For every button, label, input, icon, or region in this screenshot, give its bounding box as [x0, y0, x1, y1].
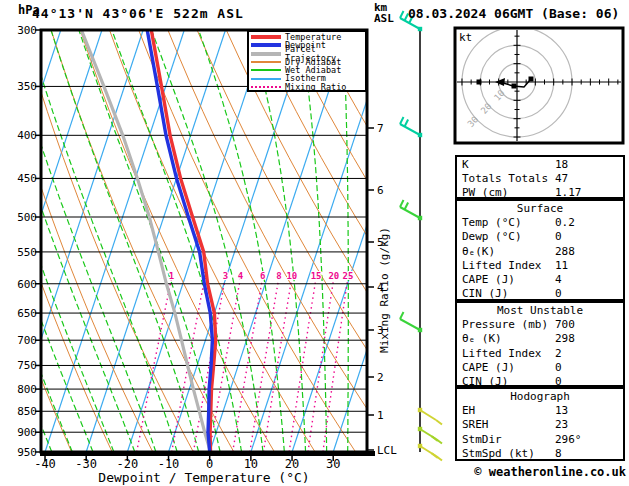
- table-row: Temp (°C)0.2: [457, 216, 623, 230]
- wind-barb-staff: [400, 124, 420, 135]
- temp-tick-label: 30: [326, 457, 340, 471]
- row-value: 0: [555, 287, 562, 301]
- wind-barb-feather: [436, 420, 442, 425]
- wind-barb-feather: [405, 203, 409, 210]
- row-value: 0.2: [555, 216, 575, 230]
- legend-line-sample: [251, 35, 281, 39]
- row-value: 4: [555, 273, 562, 287]
- pressure-tick-label: 500: [17, 211, 37, 224]
- row-value: 288: [555, 245, 575, 259]
- row-label: θₑ (K): [462, 332, 502, 345]
- mixing-ratio-label: 8: [276, 271, 281, 281]
- table-title: Surface: [457, 202, 623, 216]
- hodograph-unit-label: kt: [459, 31, 472, 44]
- table-row: θₑ (K)298: [457, 332, 623, 346]
- row-label: θₑ(K): [462, 245, 495, 258]
- table-title: Most Unstable: [457, 304, 623, 318]
- mixing-ratio-line: [233, 278, 263, 452]
- sounding-app: { "header": { "pressure_unit": "hPa", "t…: [0, 0, 629, 486]
- row-value: 23: [555, 418, 568, 432]
- mixing-ratio-label: 10: [286, 271, 297, 281]
- table-row: Dewp (°C)0: [457, 230, 623, 244]
- table-row: CIN (J)0: [457, 287, 623, 301]
- temp-tick-label: -30: [75, 457, 97, 471]
- row-label: K: [462, 158, 469, 171]
- mixing-ratio-label: 6: [260, 271, 265, 281]
- wind-barb-staff: [400, 319, 420, 330]
- row-label: SREH: [462, 418, 489, 431]
- mixing-ratio-line: [250, 278, 279, 452]
- mixing-ratio-label: 20: [328, 271, 339, 281]
- pressure-tick-label: 700: [17, 334, 37, 347]
- run-datetime-title: 08.03.2024 06GMT (Base: 06): [408, 6, 619, 21]
- row-label: Temp (°C): [462, 216, 522, 229]
- lcl-label: LCL: [377, 444, 397, 457]
- legend-line-sample: [251, 69, 281, 71]
- table-row: Pressure (mb)700: [457, 318, 623, 332]
- wind-barb-staff: [400, 207, 420, 218]
- hodograph-trace-marker: [477, 80, 482, 85]
- pressure-tick-label: 300: [17, 24, 37, 37]
- indices-table: K18Totals Totals47PW (cm)1.17: [455, 155, 625, 199]
- legend-line-sample: [251, 43, 281, 47]
- legend-line-sample: [251, 61, 281, 63]
- row-label: CIN (J): [462, 375, 508, 388]
- row-value: 47: [555, 172, 568, 186]
- mixing-ratio-label: 1: [169, 271, 174, 281]
- mixing-ratio-axis-title: Mixing Ratio (g/kg): [378, 227, 391, 353]
- temp-tick-label: -10: [158, 457, 180, 471]
- hodograph-trace-arrow: [495, 78, 505, 86]
- table-row: Lifted Index2: [457, 347, 623, 361]
- wind-barb: [400, 117, 422, 137]
- wind-barb: [418, 408, 442, 425]
- pressure-tick-label: 850: [17, 405, 37, 418]
- temp-tick-label: 20: [285, 457, 299, 471]
- row-label: CAPE (J): [462, 361, 515, 374]
- wind-barb: [418, 427, 442, 444]
- pressure-tick-label: 550: [17, 246, 37, 259]
- mixing-ratio-line: [323, 278, 348, 452]
- row-label: Pressure (mb): [462, 318, 548, 331]
- table-row: Totals Totals47: [457, 172, 623, 186]
- hodograph-ring-label: 20: [479, 101, 494, 116]
- row-value: 13: [555, 404, 568, 418]
- wind-barb: [400, 200, 422, 220]
- wind-barb-feather: [400, 200, 404, 207]
- wind-barb: [418, 444, 442, 461]
- legend-row: Mixing Ratio: [251, 83, 365, 91]
- row-label: Dewp (°C): [462, 230, 522, 243]
- table-row: Lifted Index11: [457, 259, 623, 273]
- row-label: Lifted Index: [462, 259, 541, 272]
- row-value: 2: [555, 347, 562, 361]
- table-row: CAPE (J)0: [457, 361, 623, 375]
- row-label: Lifted Index: [462, 347, 541, 360]
- row-label: EH: [462, 404, 475, 417]
- row-value: 296°: [555, 433, 582, 447]
- row-value: 0: [555, 230, 562, 244]
- copyright-text: © weatheronline.co.uk: [430, 465, 626, 479]
- row-label: Totals Totals: [462, 172, 548, 185]
- surface-table: SurfaceTemp (°C)0.2Dewp (°C)0θₑ(K)288Lif…: [455, 199, 625, 301]
- hodograph-trace-marker: [529, 77, 534, 82]
- temperature-axis-title: Dewpoint / Temperature (°C): [41, 470, 367, 485]
- pressure-tick-label: 600: [17, 278, 37, 291]
- temp-tick-label: 0: [206, 457, 213, 471]
- pressure-tick-label: 900: [17, 426, 37, 439]
- legend-label: Mixing Ratio: [285, 83, 346, 92]
- station-title: 44°13'N 43°06'E 522m ASL: [32, 6, 244, 21]
- row-label: CIN (J): [462, 287, 508, 300]
- mixing-ratio-label: 15: [311, 271, 322, 281]
- km-tick-label: 1: [377, 409, 384, 422]
- wet-adiabat-line: [0, 30, 11, 452]
- temp-tick-label: 10: [244, 457, 258, 471]
- row-label: PW (cm): [462, 186, 508, 199]
- row-value: 8: [555, 447, 562, 461]
- legend-line-sample: [251, 52, 281, 56]
- pressure-tick-label: 650: [17, 307, 37, 320]
- temp-tick-label: -40: [34, 457, 56, 471]
- row-value: 700: [555, 318, 575, 332]
- wind-barb: [400, 312, 422, 332]
- table-row: SREH23: [457, 418, 623, 432]
- legend: TemperatureDewpointParcel TrajectoryDry …: [247, 30, 367, 92]
- table-title: Hodograph: [457, 390, 623, 404]
